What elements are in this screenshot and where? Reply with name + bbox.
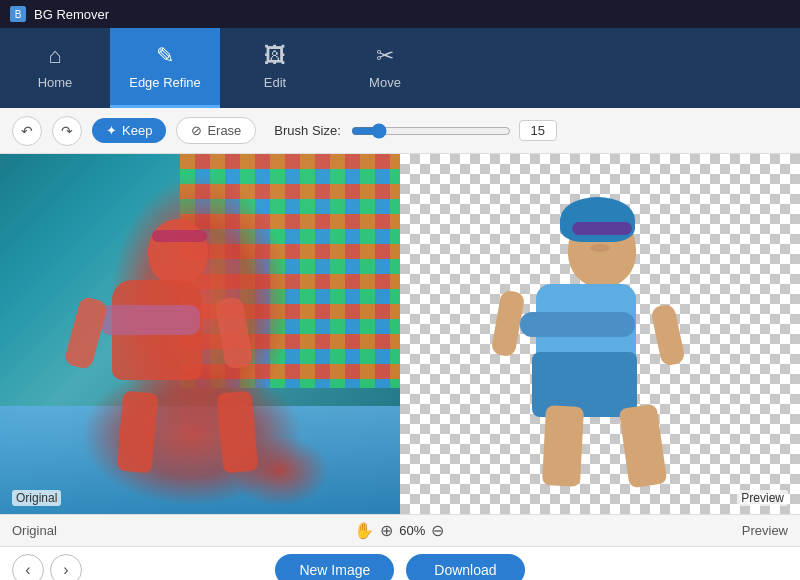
nav-move[interactable]: ✂ Move: [330, 28, 440, 108]
prev-button[interactable]: ‹: [12, 554, 44, 581]
app-title: BG Remover: [34, 7, 109, 22]
nav-edit[interactable]: 🖼 Edit: [220, 28, 330, 108]
toolbar: ↶ ↷ ✦ Keep ⊘ Erase Brush Size: 15: [0, 108, 800, 154]
hand-icon[interactable]: ✋: [354, 521, 374, 540]
keep-button[interactable]: ✦ Keep: [92, 118, 166, 143]
zoom-controls: ✋ ⊕ 60% ⊖: [354, 521, 444, 540]
zoom-in-icon[interactable]: ⊕: [380, 521, 393, 540]
brush-size-value: 15: [519, 120, 557, 141]
original-text: Original: [12, 523, 57, 538]
nav-home-label: Home: [38, 75, 73, 90]
erase-button[interactable]: ⊘ Erase: [176, 117, 256, 144]
footer: ‹ › New Image Download: [0, 546, 800, 580]
preview-label: Preview: [737, 490, 788, 506]
nav-edge-refine-label: Edge Refine: [129, 75, 201, 90]
home-icon: ⌂: [48, 43, 61, 69]
original-label: Original: [12, 490, 61, 506]
undo-button[interactable]: ↶: [12, 116, 42, 146]
edit-icon: 🖼: [264, 43, 286, 69]
zoom-level: 60%: [399, 523, 425, 538]
new-image-button[interactable]: New Image: [275, 554, 394, 581]
title-bar: B BG Remover: [0, 0, 800, 28]
erase-label: Erase: [207, 123, 241, 138]
keep-label: Keep: [122, 123, 152, 138]
move-icon: ✂: [376, 43, 394, 69]
nav-move-label: Move: [369, 75, 401, 90]
nav-edge-refine[interactable]: ✎ Edge Refine: [110, 28, 220, 108]
edge-refine-icon: ✎: [156, 43, 174, 69]
nav-bar: ⌂ Home ✎ Edge Refine 🖼 Edit ✂ Move: [0, 28, 800, 108]
status-bar: Original ✋ ⊕ 60% ⊖ Preview: [0, 514, 800, 546]
brush-size-label: Brush Size:: [274, 123, 340, 138]
nav-home[interactable]: ⌂ Home: [0, 28, 110, 108]
redo-button[interactable]: ↷: [52, 116, 82, 146]
brush-size-control: 15: [351, 120, 557, 141]
preview-panel[interactable]: Preview: [400, 154, 800, 514]
next-button[interactable]: ›: [50, 554, 82, 581]
nav-edit-label: Edit: [264, 75, 286, 90]
original-panel[interactable]: Original: [0, 154, 400, 514]
main-area: Original Preview: [0, 154, 800, 514]
erase-icon: ⊘: [191, 123, 202, 138]
preview-text: Preview: [742, 523, 788, 538]
app-icon: B: [10, 6, 26, 22]
brush-size-slider[interactable]: [351, 123, 511, 139]
keep-icon: ✦: [106, 123, 117, 138]
download-button[interactable]: Download: [406, 554, 524, 581]
zoom-out-icon[interactable]: ⊖: [431, 521, 444, 540]
footer-wrap: ‹ › New Image Download: [0, 547, 800, 581]
